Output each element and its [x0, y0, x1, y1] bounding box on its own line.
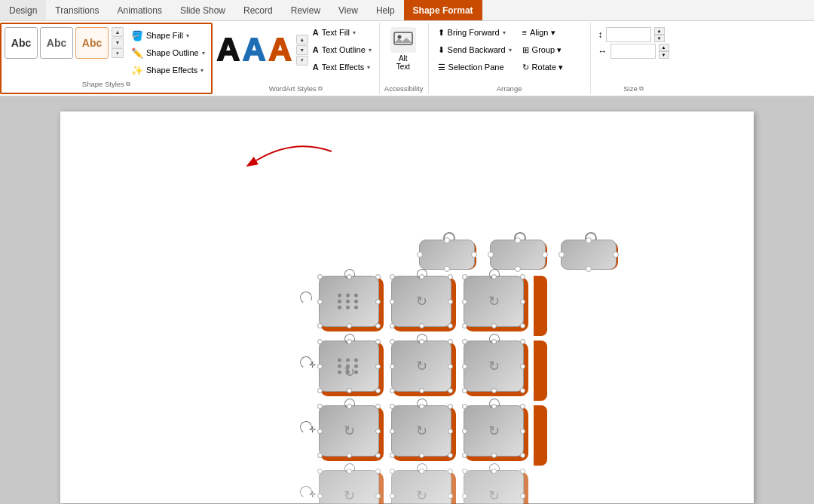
size-width-row: ↔ ▲ ▼	[598, 44, 669, 59]
send-backward-button[interactable]: ⬇ Send Backward ▾	[433, 41, 516, 58]
shape-effects-button[interactable]: ✨ Shape Effects ▾	[128, 62, 208, 78]
tab-transitions[interactable]: Transitions	[46, 0, 108, 20]
side-accent3	[534, 405, 547, 466]
style-thumb-3[interactable]: Abc	[75, 27, 109, 59]
text-options: A Text Fill ▾ A Text Outline ▾ A Text Ef…	[310, 24, 375, 75]
text-effects-button[interactable]: A Text Effects ▾	[310, 59, 375, 75]
shape-fill-button[interactable]: 🪣 Shape Fill ▾	[128, 27, 208, 44]
align-label: Align ▾	[530, 28, 555, 38]
arrange-group: ⬆ Bring Forward ▾ ⬇ Send Backward ▾ ☰ Se…	[429, 23, 591, 94]
align-icon: ≡	[522, 28, 527, 37]
shape-cell[interactable]: ↻	[390, 339, 458, 399]
wordart-expand-icon[interactable]: ⧉	[318, 85, 323, 93]
shape-outline-button[interactable]: ✏️ Shape Outline ▾	[128, 44, 208, 61]
rotate-label: Rotate ▾	[532, 63, 563, 72]
selection-pane-button[interactable]: ☰ Selection Pane	[433, 59, 516, 75]
style-nav: ▲ ▼ ▾	[112, 27, 124, 58]
move-handle-row4: ✛	[309, 490, 316, 499]
rotate-icon: ↻	[522, 63, 529, 72]
width-spin-up[interactable]: ▲	[659, 44, 669, 51]
text-fill-arrow: ▾	[353, 29, 356, 36]
text-fill-button[interactable]: A Text Fill ▾	[310, 24, 375, 41]
shape-styles-expand-icon[interactable]: ⧉	[126, 81, 130, 88]
wordart-a-blue[interactable]: A	[243, 34, 265, 66]
size-group: ↕ ▲ ▼ ↔ ▲ ▼ Size ⧉	[591, 23, 677, 94]
shape-cell[interactable]: ↻	[463, 274, 531, 334]
wordart-a-orange[interactable]: A	[268, 34, 291, 66]
group-label: Group ▾	[532, 45, 562, 55]
size-expand-icon[interactable]: ⧉	[639, 85, 644, 93]
slide-page[interactable]: .sc { position:relative; width:90px; hei…	[60, 111, 754, 503]
size-inputs: ↕ ▲ ▼ ↔ ▲ ▼	[595, 24, 672, 62]
width-input[interactable]	[610, 44, 656, 59]
style-scroll-down[interactable]: ▼	[112, 38, 124, 47]
shape-fill-label: Shape Fill	[146, 31, 183, 40]
style-thumbnails: Abc Abc Abc	[5, 27, 109, 59]
height-spin-up[interactable]: ▲	[654, 27, 665, 35]
height-spin-down[interactable]: ▼	[654, 35, 665, 42]
size-height-row: ↕ ▲ ▼	[598, 27, 669, 42]
style-more[interactable]: ▾	[112, 48, 124, 58]
size-title: Size ⧉	[595, 83, 672, 94]
tab-slideshow[interactable]: Slide Show	[171, 0, 234, 20]
height-input[interactable]	[606, 27, 651, 42]
alt-text-icon	[390, 27, 416, 53]
shape-effects-arrow: ▾	[200, 67, 204, 74]
wordart-scroll-up[interactable]: ▲	[296, 35, 308, 44]
shape-cell[interactable]: ↻	[390, 404, 458, 464]
text-fill-icon: A	[313, 28, 319, 37]
wordart-a-black[interactable]: A	[217, 34, 240, 66]
arrange-content: ⬆ Bring Forward ▾ ⬇ Send Backward ▾ ☰ Se…	[433, 24, 586, 83]
tab-design[interactable]: Design	[0, 0, 46, 20]
shape-grid: .sc { position:relative; width:90px; hei…	[317, 232, 678, 504]
slide-container[interactable]: .sc { position:relative; width:90px; hei…	[0, 96, 814, 504]
shape-cell[interactable]: ↻	[463, 404, 531, 464]
align-button[interactable]: ≡ Align ▾	[518, 24, 586, 41]
style-thumb-2[interactable]: Abc	[40, 27, 73, 59]
group-icon: ⊞	[522, 45, 529, 55]
tab-shape-format[interactable]: Shape Format	[404, 0, 482, 20]
style-thumb-1[interactable]: Abc	[5, 27, 38, 59]
side-accent	[534, 276, 547, 336]
move-handle-row2: ✛	[309, 360, 316, 370]
tab-animations[interactable]: Animations	[109, 0, 171, 20]
width-spin-down[interactable]: ▼	[659, 51, 669, 59]
wordart-content: A A A ▲ ▼ ▾ A Text Fill ▾ A	[217, 24, 375, 83]
tab-review[interactable]: Review	[282, 0, 329, 20]
text-outline-button[interactable]: A Text Outline ▾	[310, 41, 375, 58]
shape-outline-label: Shape Outline	[146, 48, 199, 57]
tab-view[interactable]: View	[329, 0, 367, 20]
size-content: ↕ ▲ ▼ ↔ ▲ ▼	[595, 24, 672, 83]
wordart-scroll-down[interactable]: ▼	[296, 45, 308, 55]
shape-cell[interactable]: ↻	[463, 339, 531, 399]
text-outline-icon: A	[313, 45, 319, 54]
shape-cell[interactable]: ↻	[318, 404, 386, 464]
arrow-annotation	[249, 145, 339, 176]
shape-cell[interactable]	[318, 274, 386, 334]
bring-forward-label: Bring Forward	[448, 28, 500, 37]
shape-cell[interactable]: ↻	[390, 469, 458, 504]
wordart-more[interactable]: ▾	[296, 56, 308, 66]
text-outline-arrow: ▾	[369, 47, 372, 53]
bring-forward-button[interactable]: ⬆ Bring Forward ▾	[433, 24, 516, 41]
shape-cell[interactable]: ↻	[318, 339, 386, 399]
arrange-title: Arrange	[433, 83, 586, 94]
shape-styles-content: Abc Abc Abc ▲ ▼ ▾ 🪣 Shape Fill ▾	[5, 27, 208, 78]
tab-record[interactable]: Record	[234, 0, 282, 20]
group-button[interactable]: ⊞ Group ▾	[518, 41, 586, 58]
shape-cell[interactable]: ↻	[463, 469, 531, 504]
shape-cell[interactable]: ↻	[390, 274, 458, 334]
height-spinner: ▲ ▼	[654, 27, 665, 42]
accessibility-title: Accessibility	[384, 83, 424, 94]
shape-fill-arrow: ▾	[186, 32, 189, 39]
style-scroll-up[interactable]: ▲	[112, 27, 124, 37]
alt-text-button[interactable]: AltText	[384, 24, 422, 74]
shape-styles-group: Abc Abc Abc ▲ ▼ ▾ 🪣 Shape Fill ▾	[0, 23, 213, 94]
accessibility-content: AltText	[384, 24, 422, 83]
shape-effects-icon: ✨	[131, 65, 143, 76]
tab-help[interactable]: Help	[367, 0, 404, 20]
rotate-button[interactable]: ↻ Rotate ▾	[518, 59, 586, 75]
shape-cell[interactable]: ↻	[318, 469, 386, 504]
canvas-wrapper: .sc { position:relative; width:90px; hei…	[0, 96, 814, 504]
bring-forward-icon: ⬆	[438, 28, 445, 38]
